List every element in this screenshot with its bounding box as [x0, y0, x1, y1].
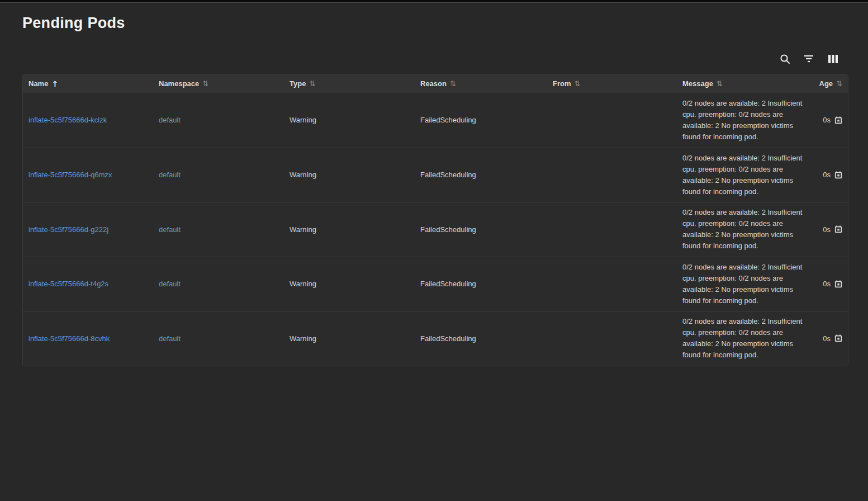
reason-cell: FailedScheduling: [415, 280, 547, 288]
pod-name-link[interactable]: inflate-5c5f75666d-kclzk: [29, 116, 107, 124]
table-toolbar: [22, 53, 848, 64]
table-row[interactable]: inflate-5c5f75666d-8cvhk default Warning…: [23, 311, 848, 366]
age-value: 0s: [823, 280, 831, 288]
namespace-link[interactable]: default: [159, 116, 181, 124]
age-value: 0s: [823, 334, 831, 343]
type-cell: Warning: [284, 225, 415, 234]
reason-cell: FailedScheduling: [415, 171, 547, 179]
namespace-link[interactable]: default: [159, 225, 181, 234]
column-label: Type: [290, 79, 306, 88]
type-cell: Warning: [284, 280, 415, 288]
column-header-from[interactable]: From ⇅: [547, 79, 677, 88]
name-cell: inflate-5c5f75666d-t4g2s: [23, 280, 153, 288]
filter-button[interactable]: [803, 53, 814, 64]
calendar-icon: [834, 334, 842, 342]
age-cell: 0s: [809, 171, 848, 179]
columns-icon: [828, 54, 838, 64]
table-header-row: Name ↑ Namespace ⇅ Type ⇅ Reason ⇅ From …: [23, 74, 848, 93]
message-cell: 0/2 nodes are available: 2 Insufficient …: [677, 98, 809, 143]
message-cell: 0/2 nodes are available: 2 Insufficient …: [677, 153, 809, 197]
namespace-cell: default: [153, 171, 284, 179]
age-cell: 0s: [809, 334, 848, 343]
column-header-namespace[interactable]: Namespace ⇅: [153, 79, 284, 88]
namespace-cell: default: [153, 225, 284, 234]
column-header-message[interactable]: Message ⇅: [677, 79, 809, 88]
column-label: Namespace: [159, 79, 199, 88]
table-body: inflate-5c5f75666d-kclzk default Warning…: [23, 93, 848, 366]
message-cell: 0/2 nodes are available: 2 Insufficient …: [677, 316, 809, 361]
namespace-link[interactable]: default: [159, 334, 181, 343]
calendar-icon: [834, 116, 842, 124]
column-header-age[interactable]: Age ⇅: [809, 79, 848, 88]
column-header-name[interactable]: Name ↑: [23, 79, 153, 88]
pod-name-link[interactable]: inflate-5c5f75666d-g222j: [29, 225, 108, 234]
name-cell: inflate-5c5f75666d-q6mzx: [23, 171, 153, 179]
column-label: Reason: [420, 79, 447, 88]
pod-name-link[interactable]: inflate-5c5f75666d-q6mzx: [29, 171, 112, 179]
reason-cell: FailedScheduling: [415, 334, 547, 343]
reason-cell: FailedScheduling: [415, 116, 547, 124]
pending-pods-table: Name ↑ Namespace ⇅ Type ⇅ Reason ⇅ From …: [22, 74, 848, 366]
namespace-cell: default: [153, 280, 284, 288]
column-header-reason[interactable]: Reason ⇅: [415, 79, 547, 88]
type-cell: Warning: [284, 334, 415, 343]
pod-name-link[interactable]: inflate-5c5f75666d-t4g2s: [29, 280, 108, 288]
calendar-icon: [834, 280, 842, 288]
message-cell: 0/2 nodes are available: 2 Insufficient …: [677, 262, 809, 306]
sort-icon: ⇅: [717, 79, 723, 88]
age-cell: 0s: [809, 280, 848, 288]
sort-icon: ⇅: [202, 79, 208, 88]
name-cell: inflate-5c5f75666d-g222j: [23, 225, 153, 234]
namespace-cell: default: [153, 334, 284, 343]
name-cell: inflate-5c5f75666d-8cvhk: [23, 334, 153, 343]
column-label: Message: [682, 79, 713, 88]
calendar-icon: [834, 171, 842, 179]
namespace-cell: default: [153, 116, 284, 124]
column-label: Name: [29, 79, 48, 88]
page-title: Pending Pods: [22, 15, 848, 32]
name-cell: inflate-5c5f75666d-kclzk: [23, 116, 153, 124]
table-row[interactable]: inflate-5c5f75666d-kclzk default Warning…: [23, 93, 848, 148]
namespace-link[interactable]: default: [159, 280, 181, 288]
pending-pods-page: Pending Pods Name: [0, 3, 868, 366]
columns-button[interactable]: [827, 53, 838, 64]
column-header-type[interactable]: Type ⇅: [284, 79, 415, 88]
age-cell: 0s: [809, 225, 848, 234]
sort-icon: ⇅: [450, 79, 456, 88]
sort-ascending-icon: ↑: [51, 79, 58, 88]
column-label: Age: [819, 79, 833, 88]
age-value: 0s: [823, 171, 831, 179]
sort-icon: ⇅: [836, 79, 842, 88]
sort-icon: ⇅: [309, 79, 315, 88]
calendar-icon: [834, 225, 842, 233]
type-cell: Warning: [284, 116, 415, 124]
search-icon: [780, 54, 790, 64]
namespace-link[interactable]: default: [159, 171, 181, 179]
column-label: From: [553, 79, 571, 88]
filter-icon: [804, 55, 814, 63]
pod-name-link[interactable]: inflate-5c5f75666d-8cvhk: [29, 334, 110, 343]
reason-cell: FailedScheduling: [415, 225, 547, 234]
table-row[interactable]: inflate-5c5f75666d-t4g2s default Warning…: [23, 257, 848, 311]
age-value: 0s: [823, 225, 831, 234]
table-row[interactable]: inflate-5c5f75666d-q6mzx default Warning…: [23, 148, 848, 202]
search-button[interactable]: [779, 53, 790, 64]
age-value: 0s: [823, 116, 831, 124]
age-cell: 0s: [809, 116, 848, 124]
sort-icon: ⇅: [575, 79, 581, 88]
table-row[interactable]: inflate-5c5f75666d-g222j default Warning…: [23, 202, 848, 257]
type-cell: Warning: [284, 171, 415, 179]
message-cell: 0/2 nodes are available: 2 Insufficient …: [677, 207, 809, 252]
